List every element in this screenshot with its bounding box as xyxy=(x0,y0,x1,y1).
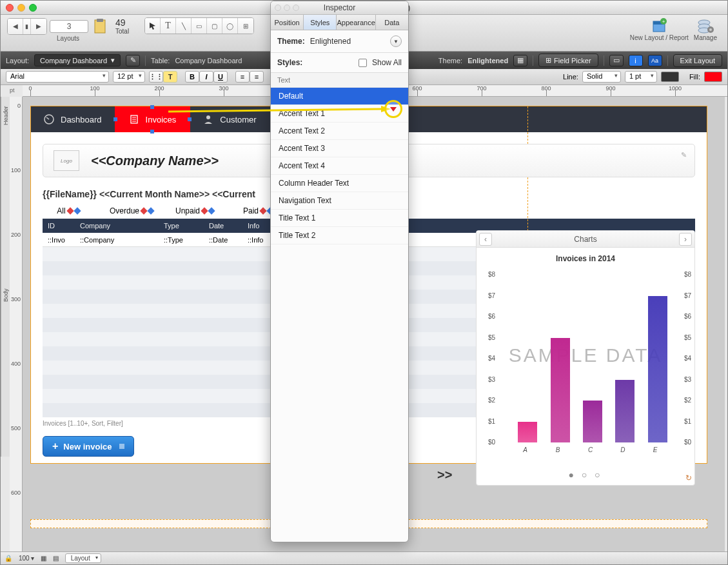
filter-tab[interactable]: All xyxy=(43,206,94,215)
manage-group[interactable]: Manage xyxy=(694,17,717,41)
line-weight-select[interactable]: 1 pt xyxy=(625,71,657,83)
align-center-icon[interactable]: ≡ xyxy=(250,71,264,83)
layout-label: Layout: xyxy=(6,57,29,64)
align-left-icon[interactable]: ≡ xyxy=(235,71,250,83)
highlight-icon[interactable]: T xyxy=(163,71,177,83)
text-tool-icon[interactable]: T xyxy=(161,18,176,34)
pencil-icon[interactable]: ✎ xyxy=(126,55,140,66)
layout-tools-group: T ╲ ▭ ▢ ◯ ⊞ xyxy=(144,17,254,41)
style-item[interactable]: Accent Text 4 xyxy=(271,157,408,175)
style-item[interactable]: Navigation Text xyxy=(271,192,408,210)
style-list: Text DefaultAccent Text 1Accent Text 2Ac… xyxy=(271,73,408,244)
prev-layout-icon[interactable]: ◀ xyxy=(8,19,23,34)
company-name-placeholder[interactable]: <<Company Name>> xyxy=(91,154,219,168)
inspector-tab[interactable]: Data xyxy=(376,15,408,30)
chart-bar xyxy=(551,338,570,443)
chart-title: Invoices in 2014 xyxy=(483,254,688,263)
clipboard-icon xyxy=(93,19,106,34)
font-select[interactable]: Arial xyxy=(6,71,109,83)
inspector-titlebar: Inspector xyxy=(271,1,408,15)
gt-marks: >> xyxy=(437,468,452,482)
svg-point-10 xyxy=(709,28,712,31)
doc-icon xyxy=(129,114,139,124)
manage-icon[interactable] xyxy=(696,17,714,34)
exit-layout-button[interactable]: Exit Layout xyxy=(673,54,722,67)
next-layout-icon[interactable]: ▶ xyxy=(31,19,46,34)
table-label: Table: xyxy=(151,57,170,64)
line-label: Line: xyxy=(563,73,578,81)
style-item[interactable]: Title Text 2 xyxy=(271,227,408,244)
ruler-unit: pt xyxy=(10,87,15,94)
annotation-ring xyxy=(384,100,402,118)
underline-button[interactable]: U xyxy=(213,71,228,83)
logo-placeholder[interactable]: Logo xyxy=(54,150,79,171)
new-layout-icon[interactable]: + xyxy=(651,17,667,34)
total-records: 49 Total xyxy=(115,17,129,35)
inspector-tab[interactable]: Appearance xyxy=(337,15,375,30)
pager-dots[interactable]: ● ○ ○ xyxy=(477,467,694,485)
italic-button[interactable]: I xyxy=(199,71,213,83)
layout-nav-buttons[interactable]: ◀ ▮ ▶ xyxy=(7,18,47,35)
line-style-select[interactable]: Solid xyxy=(582,71,621,83)
selection-tool-icon[interactable] xyxy=(145,18,161,34)
edit-pencil-icon[interactable]: ✎ xyxy=(681,151,687,159)
record-number[interactable]: 3 xyxy=(50,20,88,33)
chart-refresh-icon[interactable]: ↻ xyxy=(685,473,692,482)
text-color-icon[interactable]: ⋮⋮ xyxy=(149,71,163,83)
chart-bar xyxy=(518,422,537,443)
inspector-styles-row: Styles: Show All xyxy=(271,53,408,73)
charts-titlebar: ‹ Charts › xyxy=(477,231,694,248)
inspector-theme-row: Theme: Enlightened ▼ xyxy=(271,30,408,53)
grid-icon[interactable]: ▦ xyxy=(41,555,46,562)
rect-tool-icon[interactable]: ▭ xyxy=(192,18,207,34)
screen-icon[interactable]: ▭ xyxy=(609,55,624,66)
vertical-ruler: 0100200300400500600 xyxy=(10,97,23,551)
layouts-label: Layouts xyxy=(57,35,79,42)
style-item[interactable]: Column Header Text xyxy=(271,175,408,192)
annotation-arrow xyxy=(168,104,400,123)
layout-dropdown[interactable]: Company Dashboard▾ xyxy=(34,54,121,66)
filter-tab[interactable]: Unpaid xyxy=(169,206,221,215)
lock-icon[interactable]: 🔒 xyxy=(5,555,12,562)
line-color-swatch[interactable] xyxy=(661,72,679,82)
chart-next-icon[interactable]: › xyxy=(679,233,692,246)
fill-color-swatch[interactable] xyxy=(704,72,722,82)
style-item[interactable]: Title Text 1 xyxy=(271,210,408,227)
field-picker-button[interactable]: ⊞ Field Picker xyxy=(538,54,598,67)
bold-button[interactable]: B xyxy=(185,71,199,83)
gauge-icon xyxy=(44,114,54,124)
nav-dashboard[interactable]: Dashboard xyxy=(31,106,115,132)
button-handle-icon xyxy=(119,444,124,449)
charts-panel: ‹ Charts › Invoices in 2014 SAMPLE DATA … xyxy=(476,230,695,486)
filter-tab[interactable]: Overdue xyxy=(106,206,157,215)
oval-tool-icon[interactable]: ◯ xyxy=(222,18,238,34)
line-tool-icon[interactable]: ╲ xyxy=(176,18,192,34)
style-item[interactable]: Accent Text 2 xyxy=(271,123,408,140)
style-item[interactable]: Accent Text 3 xyxy=(271,140,408,157)
section-body-label: Body xyxy=(1,134,10,457)
rounded-rect-tool-icon[interactable]: ▢ xyxy=(207,18,222,34)
new-layout-group[interactable]: + New Layout / Report xyxy=(630,17,689,41)
snap-icon[interactable]: ▤ xyxy=(53,555,59,562)
theme-picker-icon[interactable]: ▦ xyxy=(513,55,527,66)
show-all-checkbox[interactable] xyxy=(359,59,367,67)
font-size-select[interactable]: 12 pt xyxy=(113,71,145,83)
inspector-tab[interactable]: Position xyxy=(271,15,304,30)
layout-part-dropdown[interactable]: Layout xyxy=(65,553,101,563)
chart-prev-icon[interactable]: ‹ xyxy=(479,233,492,246)
new-invoice-button[interactable]: + New invoice xyxy=(43,436,134,457)
section-header-label: Header xyxy=(1,97,10,134)
inspector-theme-value: Enlightened xyxy=(310,37,385,46)
theme-dropdown-icon[interactable]: ▼ xyxy=(390,35,402,47)
info-icon[interactable]: i xyxy=(629,55,643,66)
plus-icon: + xyxy=(52,441,58,452)
layout-list-icon[interactable]: ▮ xyxy=(23,19,31,34)
inspector-tab[interactable]: Styles xyxy=(304,15,337,30)
field-tool-icon[interactable]: ⊞ xyxy=(238,18,253,34)
chevron-down-icon xyxy=(390,107,397,112)
inspector-panel[interactable]: Inspector PositionStylesAppearanceData T… xyxy=(270,1,409,542)
aa-icon[interactable]: Aa xyxy=(648,55,662,66)
svg-line-17 xyxy=(168,109,381,112)
zoom-control[interactable]: 100▾ xyxy=(19,555,34,562)
theme-label: Theme: xyxy=(438,57,462,64)
